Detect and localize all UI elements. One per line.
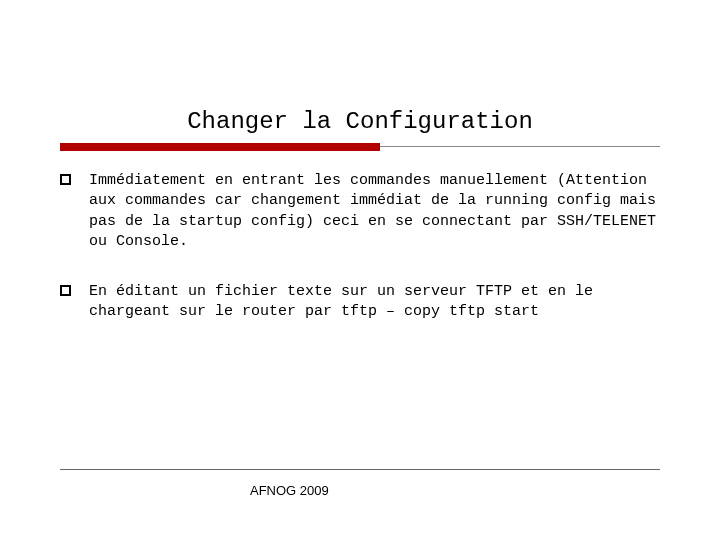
list-item: En éditant un fichier texte sur un serve… bbox=[60, 282, 660, 323]
content-area: Immédiatement en entrant les commandes m… bbox=[0, 153, 720, 323]
bullet-text: Immédiatement en entrant les commandes m… bbox=[89, 171, 660, 252]
footer-divider bbox=[60, 469, 660, 470]
divider-red-bar bbox=[60, 143, 380, 151]
slide: Changer la Configuration Immédiatement e… bbox=[0, 0, 720, 540]
slide-title: Changer la Configuration bbox=[0, 0, 720, 143]
footer-text: AFNOG 2009 bbox=[250, 483, 329, 498]
square-bullet-icon bbox=[60, 285, 71, 296]
list-item: Immédiatement en entrant les commandes m… bbox=[60, 171, 660, 252]
title-divider bbox=[60, 143, 660, 153]
square-bullet-icon bbox=[60, 174, 71, 185]
bullet-text: En éditant un fichier texte sur un serve… bbox=[89, 282, 660, 323]
